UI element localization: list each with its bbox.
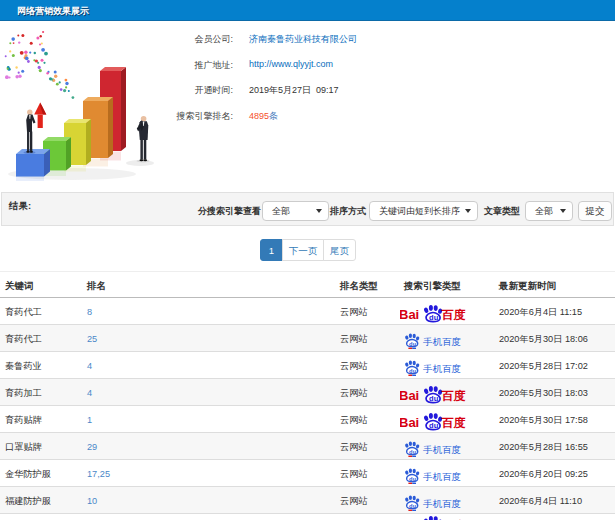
svg-text:Bai: Bai <box>400 415 419 430</box>
svg-text:du: du <box>429 394 439 403</box>
svg-text:du: du <box>429 313 439 322</box>
svg-text:du: du <box>409 368 417 374</box>
svg-text:Bai: Bai <box>400 307 419 322</box>
svg-text:手机百度: 手机百度 <box>423 498 461 509</box>
svg-text:百度: 百度 <box>441 389 466 403</box>
svg-text:手机百度: 手机百度 <box>423 444 461 455</box>
svg-text:du: du <box>409 476 417 482</box>
svg-text:手机百度: 手机百度 <box>423 336 461 347</box>
svg-text:du: du <box>409 341 417 347</box>
svg-text:百度: 百度 <box>441 308 466 322</box>
svg-text:百度: 百度 <box>441 416 466 430</box>
svg-text:手机百度: 手机百度 <box>423 471 461 482</box>
svg-text:du: du <box>429 421 439 430</box>
svg-text:du: du <box>409 503 417 509</box>
svg-text:Bai: Bai <box>400 388 419 403</box>
svg-text:du: du <box>409 449 417 455</box>
svg-text:手机百度: 手机百度 <box>423 363 461 374</box>
